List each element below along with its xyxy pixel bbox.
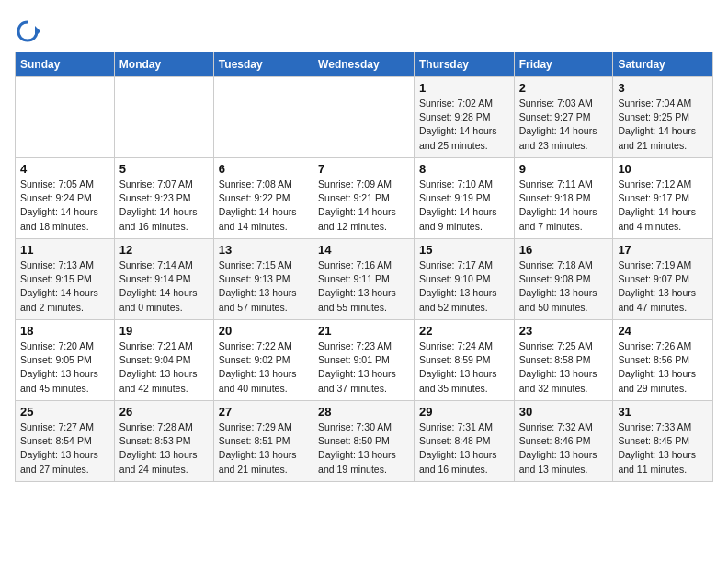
day-number: 17	[618, 243, 708, 257]
day-info: Sunrise: 7:08 AMSunset: 9:22 PMDaylight:…	[219, 178, 308, 234]
day-cell: 11Sunrise: 7:13 AMSunset: 9:15 PMDayligh…	[16, 239, 115, 320]
day-number: 2	[519, 81, 609, 95]
day-cell: 24Sunrise: 7:26 AMSunset: 8:56 PMDayligh…	[613, 320, 713, 401]
day-cell: 2Sunrise: 7:03 AMSunset: 9:27 PMDaylight…	[514, 77, 613, 158]
day-cell: 10Sunrise: 7:12 AMSunset: 9:17 PMDayligh…	[613, 158, 713, 239]
weekday-header-wednesday: Wednesday	[313, 52, 415, 77]
day-cell	[213, 77, 313, 158]
day-cell: 13Sunrise: 7:15 AMSunset: 9:13 PMDayligh…	[213, 239, 313, 320]
week-row-5: 25Sunrise: 7:27 AMSunset: 8:54 PMDayligh…	[16, 401, 713, 482]
day-info: Sunrise: 7:27 AMSunset: 8:54 PMDaylight:…	[20, 420, 109, 477]
weekday-header-monday: Monday	[114, 52, 213, 77]
day-cell: 9Sunrise: 7:11 AMSunset: 9:18 PMDaylight…	[514, 158, 613, 239]
day-info: Sunrise: 7:33 AMSunset: 8:45 PMDaylight:…	[618, 420, 708, 477]
day-cell: 29Sunrise: 7:31 AMSunset: 8:48 PMDayligh…	[414, 401, 514, 482]
day-cell: 25Sunrise: 7:27 AMSunset: 8:54 PMDayligh…	[16, 401, 115, 482]
week-row-4: 18Sunrise: 7:20 AMSunset: 9:05 PMDayligh…	[16, 320, 713, 401]
day-info: Sunrise: 7:18 AMSunset: 9:08 PMDaylight:…	[519, 259, 609, 315]
day-cell: 23Sunrise: 7:25 AMSunset: 8:58 PMDayligh…	[514, 320, 613, 401]
calendar-table: SundayMondayTuesdayWednesdayThursdayFrid…	[15, 52, 713, 482]
day-cell: 6Sunrise: 7:08 AMSunset: 9:22 PMDaylight…	[213, 158, 313, 239]
day-info: Sunrise: 7:02 AMSunset: 9:28 PMDaylight:…	[419, 97, 509, 153]
day-cell	[313, 77, 415, 158]
day-info: Sunrise: 7:14 AMSunset: 9:14 PMDaylight:…	[119, 259, 209, 315]
week-row-1: 1Sunrise: 7:02 AMSunset: 9:28 PMDaylight…	[16, 77, 713, 158]
day-cell: 22Sunrise: 7:24 AMSunset: 8:59 PMDayligh…	[414, 320, 514, 401]
day-number: 29	[419, 405, 509, 419]
day-cell: 4Sunrise: 7:05 AMSunset: 9:24 PMDaylight…	[16, 158, 115, 239]
day-number: 18	[20, 324, 109, 338]
day-info: Sunrise: 7:26 AMSunset: 8:56 PMDaylight:…	[618, 339, 708, 396]
day-number: 5	[119, 162, 209, 176]
day-cell: 5Sunrise: 7:07 AMSunset: 9:23 PMDaylight…	[114, 158, 213, 239]
week-row-2: 4Sunrise: 7:05 AMSunset: 9:24 PMDaylight…	[16, 158, 713, 239]
svg-marker-0	[35, 26, 40, 37]
day-info: Sunrise: 7:20 AMSunset: 9:05 PMDaylight:…	[20, 339, 109, 396]
day-cell: 14Sunrise: 7:16 AMSunset: 9:11 PMDayligh…	[313, 239, 415, 320]
day-number: 13	[219, 243, 308, 257]
day-number: 10	[618, 162, 708, 176]
day-cell: 16Sunrise: 7:18 AMSunset: 9:08 PMDayligh…	[514, 239, 613, 320]
day-cell: 1Sunrise: 7:02 AMSunset: 9:28 PMDaylight…	[414, 77, 514, 158]
day-number: 27	[219, 405, 308, 419]
day-cell	[114, 77, 213, 158]
week-row-3: 11Sunrise: 7:13 AMSunset: 9:15 PMDayligh…	[16, 239, 713, 320]
day-info: Sunrise: 7:05 AMSunset: 9:24 PMDaylight:…	[20, 178, 109, 234]
day-number: 28	[318, 405, 409, 419]
day-info: Sunrise: 7:30 AMSunset: 8:50 PMDaylight:…	[318, 420, 409, 477]
weekday-header-friday: Friday	[514, 52, 613, 77]
day-cell: 20Sunrise: 7:22 AMSunset: 9:02 PMDayligh…	[213, 320, 313, 401]
day-number: 15	[419, 243, 509, 257]
day-cell: 18Sunrise: 7:20 AMSunset: 9:05 PMDayligh…	[16, 320, 115, 401]
day-cell: 3Sunrise: 7:04 AMSunset: 9:25 PMDaylight…	[613, 77, 713, 158]
day-info: Sunrise: 7:24 AMSunset: 8:59 PMDaylight:…	[419, 339, 509, 396]
logo-icon	[15, 18, 40, 44]
weekday-header-sunday: Sunday	[16, 52, 115, 77]
day-info: Sunrise: 7:28 AMSunset: 8:53 PMDaylight:…	[119, 420, 209, 477]
day-info: Sunrise: 7:22 AMSunset: 9:02 PMDaylight:…	[219, 339, 308, 396]
day-number: 9	[519, 162, 609, 176]
day-number: 8	[419, 162, 509, 176]
logo	[15, 18, 44, 44]
day-number: 24	[618, 324, 708, 338]
day-number: 3	[618, 81, 708, 95]
day-cell: 21Sunrise: 7:23 AMSunset: 9:01 PMDayligh…	[313, 320, 415, 401]
day-cell: 28Sunrise: 7:30 AMSunset: 8:50 PMDayligh…	[313, 401, 415, 482]
day-number: 21	[318, 324, 409, 338]
day-cell: 7Sunrise: 7:09 AMSunset: 9:21 PMDaylight…	[313, 158, 415, 239]
day-number: 1	[419, 81, 509, 95]
day-cell: 8Sunrise: 7:10 AMSunset: 9:19 PMDaylight…	[414, 158, 514, 239]
day-number: 25	[20, 405, 109, 419]
day-info: Sunrise: 7:07 AMSunset: 9:23 PMDaylight:…	[119, 178, 209, 234]
day-info: Sunrise: 7:09 AMSunset: 9:21 PMDaylight:…	[318, 178, 409, 234]
day-cell: 31Sunrise: 7:33 AMSunset: 8:45 PMDayligh…	[613, 401, 713, 482]
day-number: 4	[20, 162, 109, 176]
weekday-header-saturday: Saturday	[613, 52, 713, 77]
weekday-header-tuesday: Tuesday	[213, 52, 313, 77]
weekday-header-thursday: Thursday	[414, 52, 514, 77]
day-info: Sunrise: 7:15 AMSunset: 9:13 PMDaylight:…	[219, 259, 308, 315]
day-cell: 26Sunrise: 7:28 AMSunset: 8:53 PMDayligh…	[114, 401, 213, 482]
day-info: Sunrise: 7:29 AMSunset: 8:51 PMDaylight:…	[219, 420, 308, 477]
day-info: Sunrise: 7:19 AMSunset: 9:07 PMDaylight:…	[618, 259, 708, 315]
day-info: Sunrise: 7:17 AMSunset: 9:10 PMDaylight:…	[419, 259, 509, 315]
day-number: 26	[119, 405, 209, 419]
day-number: 20	[219, 324, 308, 338]
day-number: 19	[119, 324, 209, 338]
day-info: Sunrise: 7:16 AMSunset: 9:11 PMDaylight:…	[318, 259, 409, 315]
day-info: Sunrise: 7:32 AMSunset: 8:46 PMDaylight:…	[519, 420, 609, 477]
day-cell: 15Sunrise: 7:17 AMSunset: 9:10 PMDayligh…	[414, 239, 514, 320]
day-info: Sunrise: 7:04 AMSunset: 9:25 PMDaylight:…	[618, 97, 708, 153]
day-number: 11	[20, 243, 109, 257]
day-info: Sunrise: 7:11 AMSunset: 9:18 PMDaylight:…	[519, 178, 609, 234]
day-cell: 30Sunrise: 7:32 AMSunset: 8:46 PMDayligh…	[514, 401, 613, 482]
day-info: Sunrise: 7:31 AMSunset: 8:48 PMDaylight:…	[419, 420, 509, 477]
header	[15, 15, 713, 44]
day-number: 16	[519, 243, 609, 257]
day-info: Sunrise: 7:10 AMSunset: 9:19 PMDaylight:…	[419, 178, 509, 234]
day-info: Sunrise: 7:23 AMSunset: 9:01 PMDaylight:…	[318, 339, 409, 396]
day-cell: 17Sunrise: 7:19 AMSunset: 9:07 PMDayligh…	[613, 239, 713, 320]
day-cell	[16, 77, 115, 158]
weekday-header-row: SundayMondayTuesdayWednesdayThursdayFrid…	[16, 52, 713, 77]
day-number: 7	[318, 162, 409, 176]
